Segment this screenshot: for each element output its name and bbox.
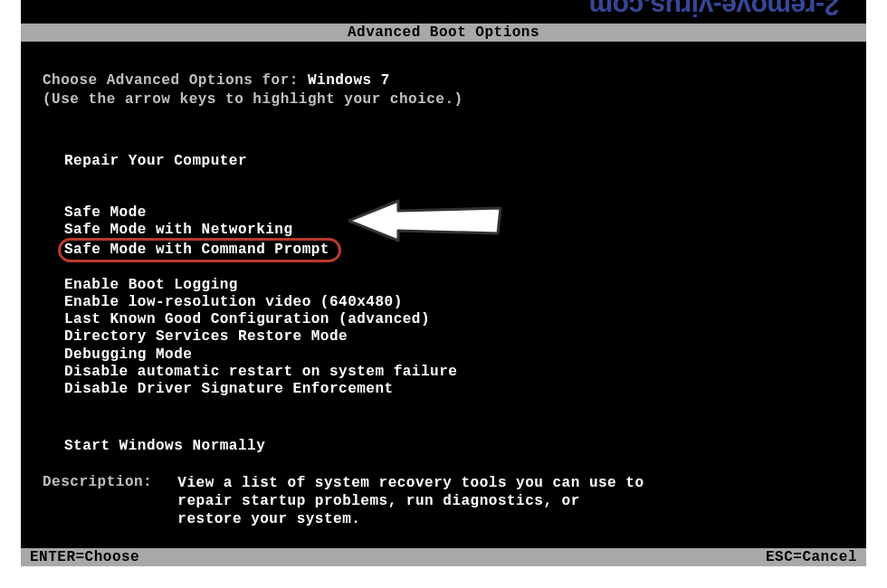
choose-label: Choose Advanced Options for: [43,72,308,89]
footer-esc: ESC=Cancel [766,548,866,566]
footer-bar: ENTER=Choose ESC=Cancel [21,548,866,566]
group-normal: Start Windows Normally [64,438,463,455]
option-safe-mode[interactable]: Safe Mode [64,204,463,222]
title-text: Advanced Boot Options [348,24,539,41]
os-name: Windows 7 [308,72,390,89]
option-safe-mode-cmd-wrapper: Safe Mode with Command Prompt [64,240,463,261]
option-repair-computer[interactable]: Repair Your Computer [64,153,463,170]
footer-enter: ENTER=Choose [21,548,139,566]
description-label: Description: [43,474,152,490]
watermark-text: 2-remove-virus.com [589,0,839,22]
content-area: Choose Advanced Options for: Windows 7 (… [43,72,463,455]
arrow-hint: (Use the arrow keys to highlight your ch… [43,91,463,108]
description-text: View a list of system recovery tools you… [177,474,648,528]
boot-screen: 2-remove-virus.com Advanced Boot Options… [21,0,866,566]
option-last-known-good[interactable]: Last Known Good Configuration (advanced) [64,311,463,328]
option-ds-restore[interactable]: Directory Services Restore Mode [64,328,463,346]
group-repair: Repair Your Computer [64,153,463,170]
option-debugging[interactable]: Debugging Mode [64,346,463,364]
title-bar: Advanced Boot Options [21,24,866,42]
group-safe-mode: Safe Mode Safe Mode with Networking Safe… [64,204,463,261]
option-disable-auto-restart[interactable]: Disable automatic restart on system fail… [64,364,463,381]
option-safe-mode-networking[interactable]: Safe Mode with Networking [64,222,463,239]
option-start-normally[interactable]: Start Windows Normally [64,438,463,455]
group-misc: Enable Boot Logging Enable low-resolutio… [64,277,463,398]
option-low-res-video[interactable]: Enable low-resolution video (640x480) [64,294,463,311]
option-safe-mode-cmd[interactable]: Safe Mode with Command Prompt [58,238,341,262]
option-disable-driver-sig[interactable]: Disable Driver Signature Enforcement [64,381,463,398]
description-block: Description: View a list of system recov… [43,474,648,528]
choose-os-line: Choose Advanced Options for: Windows 7 [43,72,463,89]
option-boot-logging[interactable]: Enable Boot Logging [64,277,463,294]
